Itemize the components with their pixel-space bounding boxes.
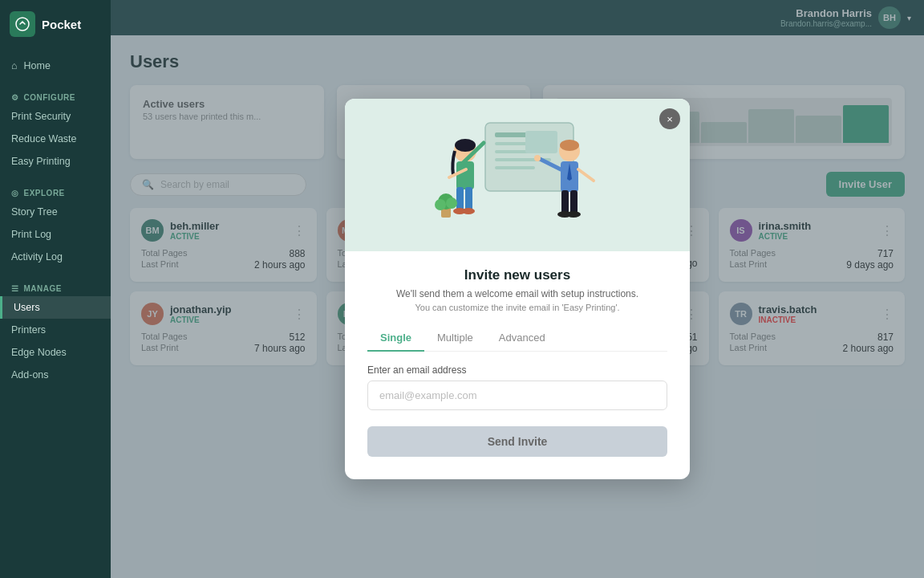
print-security-label: Print Security bbox=[11, 111, 71, 122]
svg-point-31 bbox=[566, 211, 581, 218]
edge-nodes-label: Edge Nodes bbox=[11, 347, 67, 358]
configure-section: ⚙ CONFIGURE Print Security Reduce Waste … bbox=[0, 83, 111, 179]
sidebar-item-users[interactable]: Users bbox=[0, 296, 111, 319]
modal-tabs: Single Multiple Advanced bbox=[367, 325, 667, 352]
printers-label: Printers bbox=[11, 324, 46, 336]
sidebar-item-printers[interactable]: Printers bbox=[0, 319, 111, 341]
svg-rect-7 bbox=[525, 131, 557, 153]
modal-note: You can customize the invite email in 'E… bbox=[367, 303, 667, 312]
modal-body: Invite new users We'll send them a welco… bbox=[345, 251, 690, 479]
svg-rect-6 bbox=[495, 166, 535, 169]
modal-illustration: × bbox=[345, 99, 690, 251]
story-tree-label: Story Tree bbox=[11, 206, 58, 218]
add-ons-label: Add-ons bbox=[11, 369, 49, 381]
sidebar: Pocket ⌂ Home ⚙ CONFIGURE Print Security… bbox=[0, 0, 111, 578]
sidebar-item-add-ons[interactable]: Add-ons bbox=[0, 364, 111, 386]
svg-point-0 bbox=[16, 18, 29, 31]
send-invite-button[interactable]: Send Invite bbox=[367, 426, 667, 457]
email-label: Enter an email address bbox=[367, 364, 667, 376]
svg-rect-13 bbox=[456, 187, 464, 211]
tab-advanced[interactable]: Advanced bbox=[486, 325, 558, 352]
illustration-svg bbox=[405, 107, 630, 243]
sidebar-item-print-security[interactable]: Print Security bbox=[0, 105, 111, 128]
configure-label: ⚙ CONFIGURE bbox=[0, 90, 111, 105]
svg-point-22 bbox=[560, 140, 579, 151]
svg-point-20 bbox=[446, 197, 457, 209]
main-area: Brandon Harris Brandon.harris@examp... B… bbox=[111, 0, 924, 578]
logo-text: Pocket bbox=[42, 18, 81, 31]
print-log-label: Print Log bbox=[11, 229, 51, 240]
home-label: Home bbox=[24, 60, 51, 71]
tab-single[interactable]: Single bbox=[367, 325, 424, 352]
svg-rect-29 bbox=[570, 190, 578, 214]
svg-rect-14 bbox=[465, 187, 472, 211]
sidebar-item-home[interactable]: ⌂ Home bbox=[0, 55, 111, 77]
sidebar-item-story-tree[interactable]: Story Tree bbox=[0, 201, 111, 223]
sidebar-item-print-log[interactable]: Print Log bbox=[0, 223, 111, 246]
sidebar-item-easy-printing[interactable]: Easy Printing bbox=[0, 150, 111, 173]
invite-modal: × bbox=[345, 99, 690, 479]
logo-area: Pocket bbox=[0, 0, 111, 48]
svg-point-19 bbox=[435, 199, 446, 210]
configure-icon: ⚙ bbox=[11, 93, 19, 102]
svg-point-26 bbox=[534, 155, 541, 161]
logo-icon bbox=[10, 11, 35, 37]
reduce-waste-label: Reduce Waste bbox=[11, 133, 77, 144]
manage-label: ☰ MANAGE bbox=[0, 281, 111, 296]
manage-section: ☰ MANAGE Users Printers Edge Nodes Add-o… bbox=[0, 275, 111, 393]
sidebar-item-edge-nodes[interactable]: Edge Nodes bbox=[0, 341, 111, 364]
explore-label: ◎ EXPLORE bbox=[0, 185, 111, 201]
home-section: ⌂ Home bbox=[0, 48, 111, 83]
explore-section: ◎ EXPLORE Story Tree Print Log Activity … bbox=[0, 179, 111, 275]
home-icon: ⌂ bbox=[11, 60, 18, 71]
activity-log-label: Activity Log bbox=[11, 251, 63, 263]
svg-point-9 bbox=[455, 139, 476, 152]
modal-overlay[interactable]: × bbox=[111, 0, 924, 578]
easy-printing-label: Easy Printing bbox=[11, 156, 71, 167]
modal-title: Invite new users bbox=[367, 267, 667, 283]
email-input[interactable] bbox=[367, 381, 667, 410]
users-label: Users bbox=[14, 302, 40, 313]
modal-subtitle: We'll send them a welcome email with set… bbox=[367, 288, 667, 299]
svg-rect-28 bbox=[561, 190, 569, 214]
modal-close-button[interactable]: × bbox=[659, 108, 680, 129]
sidebar-item-reduce-waste[interactable]: Reduce Waste bbox=[0, 128, 111, 150]
sidebar-item-activity-log[interactable]: Activity Log bbox=[0, 246, 111, 268]
svg-point-16 bbox=[462, 208, 475, 214]
svg-line-27 bbox=[578, 169, 594, 181]
svg-rect-10 bbox=[456, 161, 474, 189]
explore-icon: ◎ bbox=[11, 189, 19, 197]
manage-icon: ☰ bbox=[11, 284, 19, 293]
tab-multiple[interactable]: Multiple bbox=[424, 325, 486, 352]
